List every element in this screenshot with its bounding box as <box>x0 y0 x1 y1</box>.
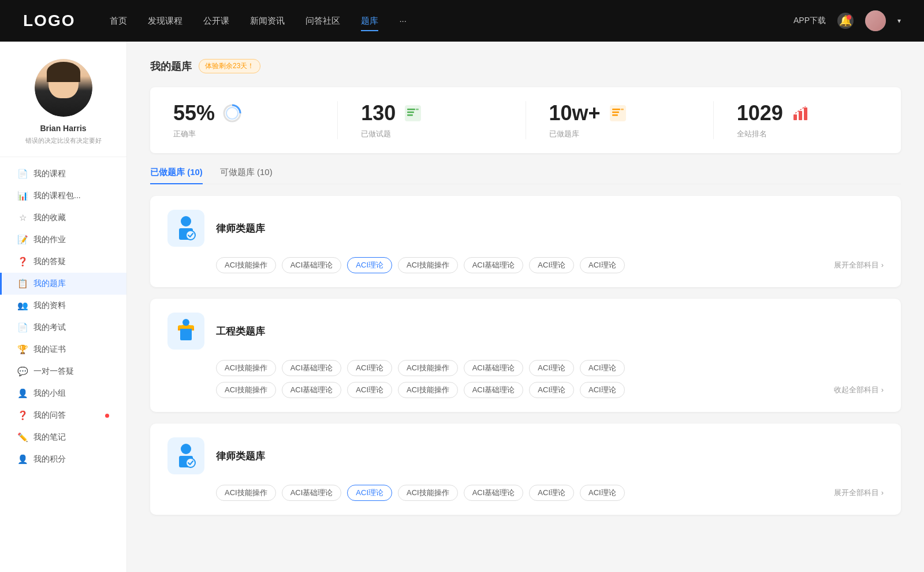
tag-item[interactable]: ACI技能操作 <box>398 382 458 398</box>
navbar-right: APP下载 🔔 ▾ <box>793 10 901 31</box>
stat-done-banks: 10w+ 已做题库 <box>526 101 714 139</box>
tag-item[interactable]: ACI技能操作 <box>216 382 276 398</box>
bank-tags-lawyer2: ACI技能操作 ACI基础理论 ACI理论 ACI技能操作 ACI基础理论 AC… <box>167 485 884 501</box>
sidebar-profile: Brian Harris 错误的决定比没有决定要好 <box>0 59 126 157</box>
stat-ranking: 1029 全站排名 <box>714 101 901 139</box>
sidebar-item-points[interactable]: 👤 我的积分 <box>0 448 126 470</box>
sidebar-item-qa[interactable]: ❓ 我的答疑 <box>0 251 126 273</box>
svg-point-26 <box>186 458 195 467</box>
svg-point-2 <box>226 107 238 119</box>
tag-item-active[interactable]: ACI理论 <box>347 485 392 501</box>
tag-item[interactable]: ACI理论 <box>580 382 625 398</box>
sidebar-item-certificate[interactable]: 🏆 我的证书 <box>0 339 126 361</box>
app-download-link[interactable]: APP下载 <box>793 16 826 26</box>
bank-icon-lawyer2 <box>167 437 204 474</box>
tag-item[interactable]: ACI基础理论 <box>282 360 342 376</box>
sidebar-item-profile[interactable]: 👥 我的资料 <box>0 295 126 317</box>
tag-item[interactable]: ACI理论 <box>347 360 392 376</box>
sidebar-item-question-bank[interactable]: 📋 我的题库 <box>0 273 126 295</box>
tag-item[interactable]: ACI技能操作 <box>216 360 276 376</box>
svg-rect-9 <box>612 109 620 110</box>
sidebar-item-label: 我的小组 <box>33 388 109 399</box>
sidebar-item-course-package[interactable]: 📊 我的课程包... <box>0 185 126 207</box>
nav-bank[interactable]: 题库 <box>361 13 378 29</box>
user-name: Brian Harris <box>12 124 115 133</box>
nav-more[interactable]: ··· <box>399 13 407 29</box>
nav-menu: 首页 发现课程 公开课 新闻资讯 问答社区 题库 ··· <box>110 13 793 29</box>
tag-item[interactable]: ACI理论 <box>580 257 625 273</box>
sidebar-item-label: 我的问答 <box>33 410 97 421</box>
accuracy-label: 正确率 <box>173 129 314 139</box>
tag-item[interactable]: ACI技能操作 <box>398 485 458 501</box>
svg-rect-12 <box>621 109 624 110</box>
user-dropdown-icon[interactable]: ▾ <box>897 17 901 25</box>
sidebar-item-label: 我的证书 <box>33 344 109 355</box>
tag-item[interactable]: ACI理论 <box>580 485 625 501</box>
tag-item[interactable]: ACI技能操作 <box>216 257 276 273</box>
sidebar-item-my-courses[interactable]: 📄 我的课程 <box>0 163 126 185</box>
document-icon: 📄 <box>17 169 28 179</box>
svg-point-18 <box>186 231 195 240</box>
list-green-icon <box>403 103 423 124</box>
sidebar-item-label: 我的笔记 <box>33 432 109 443</box>
bank-card-header: 工程类题库 <box>167 313 884 350</box>
tag-item[interactable]: ACI技能操作 <box>398 257 458 273</box>
svg-rect-8 <box>610 105 626 121</box>
tag-item[interactable]: ACI基础理论 <box>464 382 524 398</box>
tag-item[interactable]: ACI理论 <box>529 360 574 376</box>
sidebar-item-my-qa[interactable]: ❓ 我的问答 <box>0 404 126 426</box>
accuracy-value: 55% <box>173 101 215 125</box>
sidebar-item-favorites[interactable]: ☆ 我的收藏 <box>0 207 126 229</box>
nav-open-course[interactable]: 公开课 <box>203 13 229 29</box>
tag-item[interactable]: ACI基础理论 <box>282 257 342 273</box>
tag-item[interactable]: ACI技能操作 <box>398 360 458 376</box>
tag-item[interactable]: ACI理论 <box>580 360 625 376</box>
done-questions-label: 已做试题 <box>361 129 502 139</box>
nav-qa[interactable]: 问答社区 <box>305 13 340 29</box>
sidebar-item-label: 我的课程 <box>33 169 109 179</box>
tag-item[interactable]: ACI理论 <box>529 485 574 501</box>
sidebar-item-notes[interactable]: ✏️ 我的笔记 <box>0 426 126 448</box>
bank-title-engineer: 工程类题库 <box>216 325 265 338</box>
bar-chart-icon: 📊 <box>17 191 28 201</box>
bank-icon-lawyer <box>167 210 204 247</box>
collapse-link[interactable]: 收起全部科目 › <box>834 385 884 395</box>
sidebar-item-homework[interactable]: 📝 我的作业 <box>0 229 126 251</box>
tag-item[interactable]: ACI理论 <box>347 382 392 398</box>
svg-rect-14 <box>799 111 802 120</box>
stat-accuracy: 55% 正确率 <box>150 101 338 139</box>
tab-done-banks[interactable]: 已做题库 (10) <box>150 167 203 184</box>
sidebar-item-1on1[interactable]: 💬 一对一答疑 <box>0 361 126 382</box>
tag-item[interactable]: ACI基础理论 <box>282 382 342 398</box>
nav-home[interactable]: 首页 <box>110 13 127 29</box>
avatar[interactable] <box>865 10 886 31</box>
trial-badge: 体验剩余23天！ <box>199 59 260 73</box>
qa-badge <box>105 414 109 418</box>
sidebar-item-exam[interactable]: 📄 我的考试 <box>0 317 126 339</box>
done-banks-value: 10w+ <box>549 101 601 125</box>
notification-bell[interactable]: 🔔 <box>837 13 854 29</box>
tag-item[interactable]: ACI技能操作 <box>216 485 276 501</box>
bank-title-lawyer: 律师类题库 <box>216 222 265 235</box>
tag-item[interactable]: ACI理论 <box>529 257 574 273</box>
nav-discover[interactable]: 发现课程 <box>148 13 182 29</box>
tag-item[interactable]: ACI基础理论 <box>464 485 524 501</box>
tab-available-banks[interactable]: 可做题库 (10) <box>220 167 273 184</box>
expand-link[interactable]: 展开全部科目 › <box>834 260 884 270</box>
tabs: 已做题库 (10) 可做题库 (10) <box>150 167 901 184</box>
tag-item[interactable]: ACI基础理论 <box>464 257 524 273</box>
tag-item[interactable]: ACI基础理论 <box>464 360 524 376</box>
bank-icon-engineer <box>167 313 204 350</box>
tag-item-active[interactable]: ACI理论 <box>347 257 392 273</box>
tag-item[interactable]: ACI基础理论 <box>282 485 342 501</box>
main-layout: Brian Harris 错误的决定比没有决定要好 📄 我的课程 📊 我的课程包… <box>0 42 924 572</box>
sidebar-item-label: 我的收藏 <box>33 213 109 223</box>
sidebar-item-label: 我的题库 <box>33 278 109 289</box>
bank-tags-engineer-row1: ACI技能操作 ACI基础理论 ACI理论 ACI技能操作 ACI基础理论 AC… <box>167 360 884 376</box>
sidebar-item-group[interactable]: 👤 我的小组 <box>0 382 126 404</box>
bank-card-lawyer: 律师类题库 ACI技能操作 ACI基础理论 ACI理论 ACI技能操作 ACI基… <box>150 196 901 287</box>
expand-link[interactable]: 展开全部科目 › <box>834 488 884 498</box>
sidebar-item-label: 我的答疑 <box>33 257 109 267</box>
tag-item[interactable]: ACI理论 <box>529 382 574 398</box>
nav-news[interactable]: 新闻资讯 <box>250 13 285 29</box>
